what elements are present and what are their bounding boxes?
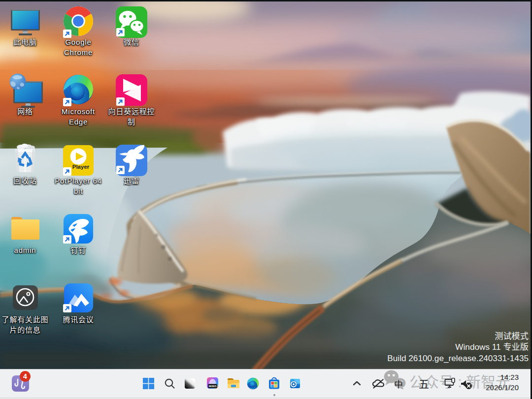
svg-text:Player: Player xyxy=(72,164,90,170)
svg-text:M365: M365 xyxy=(209,385,217,388)
